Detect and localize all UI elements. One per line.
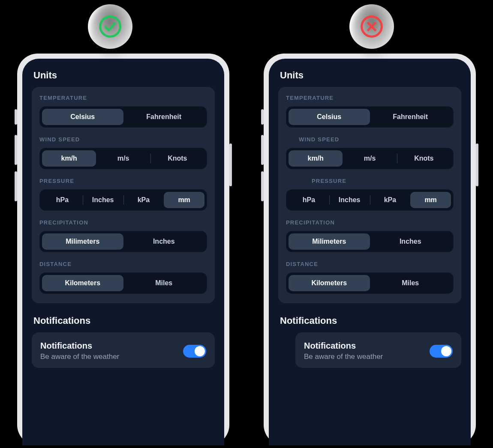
group-label-pressure: PRESSURE [286,178,454,184]
group-distance: DISTANCE Kilometers Miles [39,261,207,294]
segment-precipitation: Milimeters Inches [39,231,207,252]
notifications-row-subtitle: Be aware of the weather [40,352,176,361]
group-label-distance: DISTANCE [286,261,454,267]
segment-pressure: hPa Inches kPa mm [286,189,454,211]
opt-pressure-inches[interactable]: Inches [329,192,370,208]
phone-frame-good: Units TEMPERATURE Celsius Fahrenheit WIN… [17,54,229,445]
opt-wind-ms[interactable]: m/s [96,150,150,167]
notifications-row-title: Notifications [40,341,176,351]
opt-wind-kmh[interactable]: km/h [42,150,96,167]
segment-wind-speed: km/h m/s Knots [286,148,454,169]
phone-frame-bad: Units TEMPERATURE Celsius Fahrenheit WIN… [264,54,476,445]
opt-pressure-kpa[interactable]: kPa [123,192,164,208]
toggle-knob [441,346,451,356]
segment-distance: Kilometers Miles [39,272,207,294]
notifications-toggle[interactable] [430,345,453,358]
group-label-wind-speed: WIND SPEED [286,136,454,143]
opt-pressure-mm[interactable]: mm [410,192,451,208]
toggle-knob [195,346,205,356]
notifications-section: Notifications Notifications Be aware of … [278,315,461,368]
opt-temperature-fahrenheit[interactable]: Fahrenheit [370,109,451,125]
phone-side-button [261,109,264,125]
phone-screen: Units TEMPERATURE Celsius Fahrenheit WIN… [22,59,224,445]
notifications-heading: Notifications [33,315,213,326]
opt-temperature-celsius[interactable]: Celsius [42,109,123,125]
notifications-row-title: Notifications [304,341,423,351]
opt-wind-ms[interactable]: m/s [343,150,397,167]
notifications-toggle[interactable] [183,345,206,358]
opt-distance-mi[interactable]: Miles [123,275,205,291]
units-card: TEMPERATURE Celsius Fahrenheit WIND SPEE… [32,87,215,303]
units-heading: Units [280,70,460,81]
group-precipitation: PRECIPITATION Milimeters Inches [39,219,207,252]
opt-pressure-inches[interactable]: Inches [83,192,123,208]
phone-side-button [261,135,264,165]
group-precipitation: PRECIPITATION Milimeters Inches [286,219,454,252]
group-label-distance: DISTANCE [39,261,207,267]
segment-precipitation: Milimeters Inches [286,231,454,252]
notifications-section: Notifications Notifications Be aware of … [32,315,215,368]
opt-distance-mi[interactable]: Miles [370,275,451,291]
opt-precip-mm[interactable]: Milimeters [42,233,123,250]
phone-side-button [15,135,17,165]
notifications-card: Notifications Be aware of the weather [295,332,461,368]
units-card: TEMPERATURE Celsius Fahrenheit WIND SPEE… [278,87,461,303]
opt-distance-km[interactable]: Kilometers [289,275,370,291]
check-circle-icon [98,15,122,39]
segment-wind-speed: km/h m/s Knots [39,148,207,169]
phone-side-button [476,143,478,186]
segment-temperature: Celsius Fahrenheit [39,106,207,128]
phone-side-button [15,109,17,125]
group-label-temperature: TEMPERATURE [286,95,454,101]
opt-wind-kmh[interactable]: km/h [289,150,343,167]
svg-point-0 [100,17,120,37]
phone-side-button [15,171,17,201]
opt-precip-in[interactable]: Inches [370,233,451,250]
notifications-text: Notifications Be aware of the weather [40,341,176,361]
notifications-heading: Notifications [280,315,460,326]
group-temperature: TEMPERATURE Celsius Fahrenheit [286,95,454,128]
group-wind-speed: WIND SPEED km/h m/s Knots [286,136,454,169]
notifications-text: Notifications Be aware of the weather [304,341,423,361]
opt-temperature-fahrenheit[interactable]: Fahrenheit [123,109,205,125]
group-temperature: TEMPERATURE Celsius Fahrenheit [39,95,207,128]
opt-pressure-mm[interactable]: mm [164,192,204,208]
group-pressure: PRESSURE hPa Inches kPa mm [286,178,454,211]
opt-wind-knots[interactable]: Knots [397,150,451,167]
opt-wind-knots[interactable]: Knots [150,150,204,167]
group-pressure: PRESSURE hPa Inches kPa mm [39,178,207,211]
units-heading: Units [33,70,213,81]
opt-pressure-hpa[interactable]: hPa [42,192,83,208]
opt-precip-in[interactable]: Inches [123,233,205,250]
group-distance: DISTANCE Kilometers Miles [286,261,454,294]
opt-precip-mm[interactable]: Milimeters [289,233,370,250]
notifications-card: Notifications Be aware of the weather [32,332,215,368]
segment-pressure: hPa Inches kPa mm [39,189,207,211]
group-label-precipitation: PRECIPITATION [286,219,454,226]
group-wind-speed: WIND SPEED km/h m/s Knots [39,136,207,169]
group-label-pressure: PRESSURE [39,178,207,184]
segment-distance: Kilometers Miles [286,272,454,294]
bad-example-badge [349,4,394,49]
opt-distance-km[interactable]: Kilometers [42,275,123,291]
group-label-precipitation: PRECIPITATION [39,219,207,226]
notifications-row-subtitle: Be aware of the weather [304,352,423,361]
opt-pressure-kpa[interactable]: kPa [370,192,411,208]
phone-screen: Units TEMPERATURE Celsius Fahrenheit WIN… [269,59,471,445]
opt-pressure-hpa[interactable]: hPa [289,192,329,208]
opt-temperature-celsius[interactable]: Celsius [289,109,370,125]
good-example-badge [88,4,132,49]
x-circle-icon [360,15,384,39]
phone-side-button [229,143,232,186]
group-label-wind-speed: WIND SPEED [39,136,207,143]
segment-temperature: Celsius Fahrenheit [286,106,454,128]
group-label-temperature: TEMPERATURE [39,95,207,101]
phone-side-button [261,171,264,201]
